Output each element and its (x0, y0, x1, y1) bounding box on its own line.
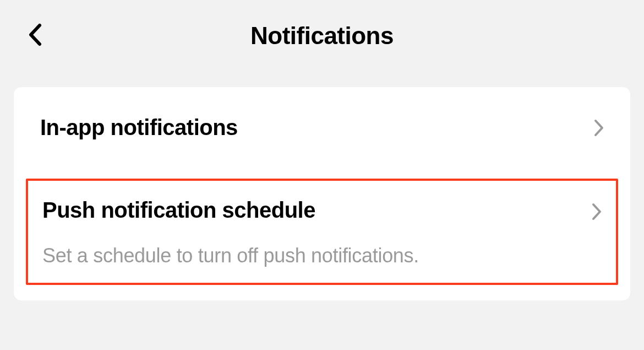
header: Notifications (0, 0, 644, 72)
item-body: Push notification schedule Set a schedul… (42, 197, 602, 267)
highlight-box: Push notification schedule Set a schedul… (26, 179, 618, 285)
chevron-right-icon (592, 203, 602, 220)
in-app-notifications-item[interactable]: In-app notifications (14, 115, 630, 179)
settings-card: In-app notifications Push notification s… (14, 87, 630, 300)
page-title: Notifications (28, 22, 616, 50)
item-title: In-app notifications (40, 115, 582, 140)
item-subtitle: Set a schedule to turn off push notifica… (42, 244, 580, 267)
item-body: In-app notifications (40, 115, 604, 140)
chevron-left-icon (28, 23, 42, 46)
chevron-right-icon (594, 119, 604, 137)
push-notification-schedule-item[interactable]: Push notification schedule Set a schedul… (28, 197, 616, 267)
item-title: Push notification schedule (42, 197, 580, 223)
back-button[interactable] (28, 23, 42, 46)
